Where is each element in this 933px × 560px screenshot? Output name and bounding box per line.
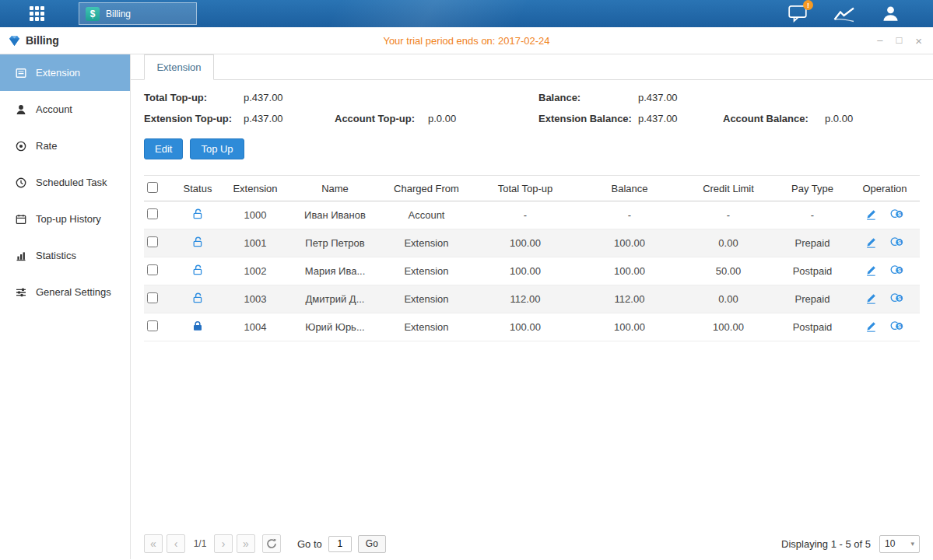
top-up-icon[interactable]: $ — [890, 320, 904, 332]
topbar-tab-billing[interactable]: $ Billing — [79, 2, 197, 25]
table-row: 1001 Петр Петров Extension 100.00 100.00… — [144, 229, 920, 257]
sidebar-item-rate[interactable]: Rate — [0, 128, 130, 164]
last-page-button[interactable]: » — [237, 534, 255, 553]
summary-balance: Balance: р.437.00 — [538, 92, 723, 103]
gem-logo-icon — [8, 34, 21, 47]
row-checkbox[interactable] — [147, 320, 158, 331]
maximize-button[interactable]: □ — [896, 35, 902, 47]
col-operation: Operation — [850, 176, 920, 201]
notifications-icon[interactable]: ! — [788, 5, 808, 23]
tabs-row: Extension — [131, 54, 933, 80]
go-button[interactable]: Go — [358, 535, 386, 553]
status-lock-icon[interactable] — [191, 292, 204, 304]
trial-notice: Your trial period ends on: 2017-02-24 — [0, 35, 933, 47]
action-buttons: Edit Top Up — [144, 138, 920, 159]
top-up-icon[interactable]: $ — [890, 208, 904, 220]
sidebar-label: Account — [36, 103, 72, 115]
pager-right: Displaying 1 - 5 of 5 10 ▾ — [781, 535, 920, 553]
sidebar-label: Rate — [36, 140, 57, 152]
tab-extension[interactable]: Extension — [144, 54, 214, 80]
summary-total-topup: Total Top-up: р.437.00 — [144, 92, 335, 103]
edit-icon[interactable] — [865, 208, 877, 220]
name-cell: Иван Иванов — [290, 201, 380, 229]
sidebar-label: Top-up History — [36, 213, 101, 225]
prev-page-button[interactable]: ‹ — [167, 534, 185, 553]
credit-limit-cell: 50.00 — [682, 257, 775, 285]
pay-type-cell: Prepaid — [775, 285, 850, 313]
select-all-checkbox[interactable] — [147, 182, 158, 193]
summary-value: р.437.00 — [244, 113, 283, 124]
user-account-icon[interactable] — [881, 4, 900, 23]
balance-cell: 112.00 — [577, 285, 682, 313]
refresh-button[interactable] — [262, 534, 281, 553]
reports-chart-icon[interactable] — [833, 5, 856, 23]
apps-grid-icon[interactable] — [30, 6, 44, 21]
sidebar-item-topup-history[interactable]: Top-up History — [0, 201, 130, 237]
credit-limit-cell: 0.00 — [682, 229, 775, 257]
svg-text:$: $ — [897, 267, 901, 274]
sidebar-item-general-settings[interactable]: General Settings — [0, 274, 130, 310]
name-cell: Юрий Юрь... — [290, 313, 380, 341]
extension-cell: 1004 — [220, 313, 290, 341]
status-lock-icon[interactable] — [191, 208, 204, 220]
charged-from-cell: Extension — [380, 313, 473, 341]
status-lock-icon[interactable] — [191, 320, 204, 332]
page-size-value: 10 — [885, 538, 895, 549]
sidebar-item-statistics[interactable]: Statistics — [0, 237, 130, 274]
status-lock-icon[interactable] — [191, 236, 204, 248]
name-cell: Петр Петров — [290, 229, 380, 257]
svg-text:$: $ — [897, 323, 901, 330]
minimize-button[interactable]: – — [877, 35, 882, 47]
charged-from-cell: Extension — [380, 229, 473, 257]
sidebar-item-extension[interactable]: Extension — [0, 54, 130, 91]
calendar-icon — [15, 213, 27, 226]
goto-label: Go to — [297, 538, 322, 550]
table-header-row: Status Extension Name Charged From Total… — [144, 176, 920, 201]
goto-page-input[interactable] — [328, 536, 352, 552]
edit-icon[interactable] — [865, 264, 877, 276]
topbar-actions: ! — [788, 4, 900, 23]
next-page-button[interactable]: › — [214, 534, 233, 553]
col-credit-limit: Credit Limit — [682, 176, 775, 201]
topbar-tab-label: Billing — [106, 9, 131, 19]
row-checkbox[interactable] — [147, 264, 158, 275]
extension-content: Total Top-up: р.437.00 Balance: р.437.00… — [131, 80, 933, 559]
first-page-button[interactable]: « — [144, 534, 163, 553]
top-up-icon[interactable]: $ — [890, 236, 904, 248]
app-title-group: Billing — [8, 34, 59, 47]
refresh-icon — [266, 538, 277, 549]
sidebar-item-scheduled-task[interactable]: Scheduled Task — [0, 164, 130, 201]
notification-badge: ! — [803, 0, 813, 10]
summary-value: р.437.00 — [638, 113, 678, 124]
extension-icon — [15, 67, 27, 79]
sidebar-item-account[interactable]: Account — [0, 91, 130, 128]
top-up-icon[interactable]: $ — [890, 264, 904, 276]
col-status: Status — [175, 176, 220, 201]
summary-extension-topup: Extension Top-up: р.437.00 — [144, 113, 335, 124]
pagination-bar: « ‹ 1/1 › » Go to Go — [144, 534, 920, 553]
summary-value: р.0.00 — [825, 113, 853, 124]
extension-cell: 1001 — [220, 229, 290, 257]
summary-account-topup: Account Top-up: р.0.00 — [335, 113, 538, 124]
sidebar-label: General Settings — [36, 286, 111, 298]
close-button[interactable]: × — [915, 35, 922, 47]
window-titlebar: Billing Your trial period ends on: 2017-… — [0, 27, 933, 54]
col-total-topup: Total Top-up — [473, 176, 577, 201]
top-up-icon[interactable]: $ — [890, 292, 904, 304]
total-topup-cell: - — [473, 201, 577, 229]
row-checkbox[interactable] — [147, 236, 158, 247]
extension-table: Status Extension Name Charged From Total… — [144, 175, 920, 341]
svg-text:$: $ — [897, 211, 901, 218]
edit-icon[interactable] — [865, 320, 877, 332]
page-size-select[interactable]: 10 ▾ — [879, 535, 920, 553]
bar-chart-icon — [15, 250, 27, 262]
sidebar-label: Statistics — [36, 250, 76, 261]
edit-button[interactable]: Edit — [144, 138, 183, 159]
row-checkbox[interactable] — [147, 292, 158, 303]
edit-icon[interactable] — [865, 292, 877, 304]
status-lock-icon[interactable] — [191, 264, 204, 276]
top-up-button[interactable]: Top Up — [190, 138, 244, 159]
edit-icon[interactable] — [865, 236, 877, 248]
row-checkbox[interactable] — [147, 208, 158, 219]
pay-type-cell: Prepaid — [775, 229, 850, 257]
